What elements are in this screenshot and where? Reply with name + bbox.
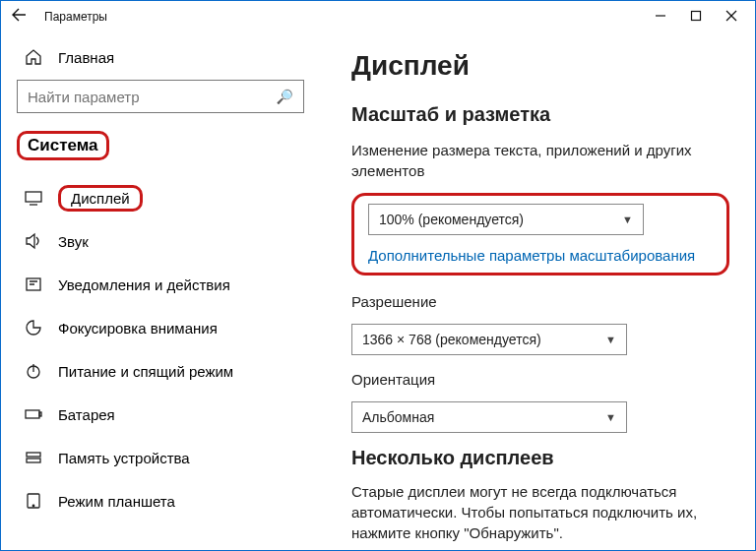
svg-rect-9 <box>26 410 39 418</box>
chevron-down-icon: ▼ <box>622 214 633 225</box>
svg-rect-10 <box>39 412 41 416</box>
resolution-label: Разрешение <box>351 291 706 312</box>
titlebar: Параметры <box>1 1 755 32</box>
multi-description: Старые дисплеи могут не всегда подключат… <box>351 481 706 543</box>
sidebar-item-label: Батарея <box>58 406 115 423</box>
sidebar-item-label: Звук <box>58 233 89 250</box>
maximize-button[interactable] <box>678 10 714 25</box>
sidebar-item-label: Питание и спящий режим <box>58 363 233 380</box>
svg-rect-11 <box>27 453 40 457</box>
sidebar-item-label: Уведомления и действия <box>58 276 230 293</box>
sidebar-item-notifications[interactable]: Уведомления и действия <box>17 263 304 306</box>
chevron-down-icon: ▼ <box>605 411 616 423</box>
section-scale-title: Масштаб и разметка <box>351 103 729 126</box>
tablet-icon <box>25 492 42 510</box>
scale-dropdown[interactable]: 100% (рекомендуется) ▼ <box>368 204 644 235</box>
power-icon <box>25 362 42 380</box>
chevron-down-icon: ▼ <box>605 334 616 345</box>
svg-rect-12 <box>27 459 40 462</box>
close-button[interactable] <box>714 10 749 25</box>
sidebar-item-tablet[interactable]: Режим планшета <box>17 479 304 522</box>
sidebar-section-title: Система <box>17 131 109 160</box>
window-title: Параметры <box>44 10 107 24</box>
minimize-button[interactable] <box>643 10 678 25</box>
display-icon <box>25 189 42 207</box>
sidebar-item-label: Фокусировка внимания <box>58 320 218 337</box>
notification-icon <box>25 276 42 293</box>
orientation-dropdown[interactable]: Альбомная ▼ <box>351 401 627 433</box>
svg-rect-4 <box>26 192 41 202</box>
sidebar-item-storage[interactable]: Память устройства <box>17 436 304 479</box>
home-icon <box>25 48 42 66</box>
focus-icon <box>25 319 42 337</box>
svg-point-14 <box>32 505 34 507</box>
resolution-value: 1366 × 768 (рекомендуется) <box>362 332 605 347</box>
sidebar-home[interactable]: Главная <box>17 42 304 80</box>
scale-description: Изменение размера текста, приложений и д… <box>351 140 706 181</box>
sidebar-nav: Дисплей Звук Уведомления и действия Фоку… <box>17 176 304 522</box>
scale-value: 100% (рекомендуется) <box>379 212 622 227</box>
battery-icon <box>25 405 42 423</box>
svg-rect-1 <box>692 11 701 20</box>
storage-icon <box>25 449 42 466</box>
back-button[interactable] <box>7 7 31 27</box>
orientation-label: Ориентация <box>351 369 706 390</box>
orientation-value: Альбомная <box>362 409 605 425</box>
search-field[interactable] <box>28 89 277 105</box>
sidebar-item-label: Режим планшета <box>58 493 175 510</box>
sidebar-item-display[interactable]: Дисплей <box>17 176 304 219</box>
sidebar-item-label: Дисплей <box>58 185 143 212</box>
settings-window: Параметры Главная 🔍 Система <box>0 0 756 551</box>
search-icon: 🔍 <box>277 89 293 104</box>
search-input[interactable]: 🔍 <box>17 80 304 113</box>
page-title: Дисплей <box>351 50 729 82</box>
sidebar-item-label: Память устройства <box>58 450 190 466</box>
resolution-dropdown[interactable]: 1366 × 768 (рекомендуется) ▼ <box>351 324 627 355</box>
sidebar: Главная 🔍 Система Дисплей Звук <box>1 32 322 550</box>
sidebar-item-focus[interactable]: Фокусировка внимания <box>17 306 304 349</box>
sidebar-home-label: Главная <box>58 49 114 66</box>
content-area: Дисплей Масштаб и разметка Изменение раз… <box>322 32 755 550</box>
sidebar-item-power[interactable]: Питание и спящий режим <box>17 349 304 393</box>
sound-icon <box>25 232 42 250</box>
advanced-scaling-link[interactable]: Дополнительные параметры масштабирования <box>368 247 695 264</box>
highlight-callout: 100% (рекомендуется) ▼ Дополнительные па… <box>351 193 729 276</box>
sidebar-item-sound[interactable]: Звук <box>17 219 304 263</box>
section-multi-title: Несколько дисплеев <box>351 447 729 469</box>
sidebar-item-battery[interactable]: Батарея <box>17 393 304 436</box>
